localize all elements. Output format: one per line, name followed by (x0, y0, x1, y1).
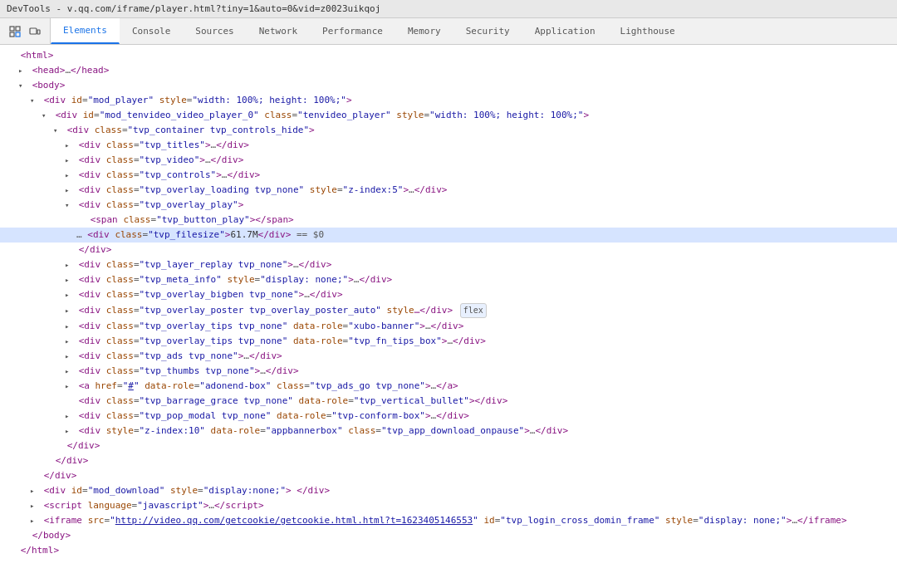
html-line[interactable]: <div id="mod_player" style="width: 100%;… (0, 93, 897, 108)
html-line[interactable]: <div style="z-index:10" data-role="appba… (0, 424, 897, 439)
html-line[interactable]: <div class="tvp_titles">…</div> (0, 138, 897, 153)
html-line[interactable]: <script language="javascript">…</script> (0, 498, 897, 513)
main-tabs: Elements Console Sources Network Perform… (51, 18, 688, 44)
html-line[interactable]: <div class="tvp_overlay_bigben tvp_none"… (0, 287, 897, 302)
html-line[interactable]: <div class="tvp_layer_replay tvp_none">…… (0, 257, 897, 272)
inspect-element-button[interactable] (6, 22, 24, 41)
html-line[interactable]: <div class="tvp_overlay_poster tvp_overl… (0, 302, 897, 319)
html-line[interactable]: </div> (0, 243, 897, 257)
tab-console[interactable]: Console (120, 18, 183, 44)
html-line[interactable]: <span class="tvp_button_play"></span> (0, 213, 897, 228)
html-line[interactable]: </div> (0, 453, 897, 468)
title-text: DevTools - v.qq.com/iframe/player.html?t… (7, 3, 380, 14)
html-line[interactable]: <div class="tvp_thumbs tvp_none">…</div> (0, 364, 897, 379)
html-line[interactable]: </div> (0, 439, 897, 453)
svg-rect-5 (37, 30, 40, 34)
html-line[interactable]: <iframe src="http://video.qq.com/getcook… (0, 513, 897, 528)
html-line[interactable]: <div id="mod_tenvideo_video_player_0" cl… (0, 108, 897, 123)
html-line[interactable]: </body> (0, 528, 897, 543)
tab-bar: Elements Console Sources Network Perform… (0, 18, 897, 45)
tab-security[interactable]: Security (453, 18, 522, 44)
html-line[interactable]: <head>…</head> (0, 63, 897, 78)
toolbar-icons (0, 18, 51, 44)
tab-application[interactable]: Application (522, 18, 608, 44)
html-line[interactable]: <div class="tvp_meta_info" style="displa… (0, 272, 897, 287)
html-line[interactable]: <div class="tvp_controls">…</div> (0, 168, 897, 183)
tab-lighthouse[interactable]: Lighthouse (608, 18, 688, 44)
tab-performance[interactable]: Performance (310, 18, 395, 44)
svg-rect-4 (30, 28, 37, 34)
html-line[interactable]: <div class="tvp_container tvp_controls_h… (0, 123, 897, 138)
html-line[interactable]: <div class="tvp_overlay_loading tvp_none… (0, 183, 897, 198)
tab-network[interactable]: Network (247, 18, 310, 44)
html-line[interactable]: <body> (0, 78, 897, 93)
tab-sources[interactable]: Sources (183, 18, 246, 44)
svg-rect-1 (10, 32, 14, 37)
html-line[interactable]: <div class="tvp_overlay_tips tvp_none" d… (0, 334, 897, 349)
title-bar: DevTools - v.qq.com/iframe/player.html?t… (0, 0, 897, 18)
dom-tree: <html> <head>…</head> <body> <div id="mo… (0, 45, 897, 588)
html-line[interactable]: <a href="#" data-role="adonend-box" clas… (0, 379, 897, 394)
device-toggle-button[interactable] (26, 22, 44, 41)
html-line[interactable]: </div> (0, 468, 897, 483)
html-line[interactable]: <html> (0, 48, 897, 63)
html-line[interactable]: </html> (0, 543, 897, 558)
svg-rect-3 (16, 32, 20, 37)
html-line[interactable]: <div class="tvp_ads tvp_none">…</div> (0, 349, 897, 364)
html-line[interactable]: <div id="mod_download" style="display:no… (0, 483, 897, 498)
svg-rect-0 (10, 27, 14, 31)
html-line[interactable]: <div class="tvp_overlay_play"> (0, 198, 897, 213)
html-line[interactable]: <div class="tvp_barrage_grace tvp_none" … (0, 394, 897, 409)
tab-memory[interactable]: Memory (395, 18, 453, 44)
html-line[interactable]: <div class="tvp_pop_modal tvp_none" data… (0, 409, 897, 424)
tab-elements[interactable]: Elements (51, 18, 120, 44)
html-line-selected[interactable]: … <div class="tvp_filesize">61.7M</div> … (0, 228, 897, 243)
svg-rect-2 (16, 27, 20, 31)
html-line[interactable]: <div class="tvp_video">…</div> (0, 153, 897, 168)
html-line[interactable]: <div class="tvp_overlay_tips tvp_none" d… (0, 319, 897, 334)
